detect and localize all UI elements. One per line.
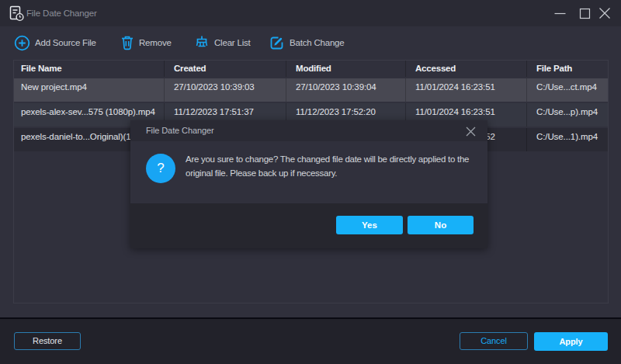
clear-list-button[interactable]: Clear List — [194, 33, 251, 52]
confirm-dialog: File Date Changer ? Are you sure to chan… — [130, 120, 487, 248]
cell-created: 27/10/2023 10:39:03 — [165, 78, 286, 102]
trash-icon — [120, 35, 134, 50]
dialog-title: File Date Changer — [146, 120, 214, 141]
batch-change-button[interactable]: Batch Change — [269, 33, 345, 52]
col-modified[interactable]: Modified — [286, 61, 406, 77]
cell-file-name: New project.mp4 — [14, 78, 165, 102]
cell-accessed: 11/01/2024 16:23:51 — [406, 78, 527, 102]
batch-change-label: Batch Change — [290, 38, 345, 47]
question-icon: ? — [146, 154, 175, 183]
col-created[interactable]: Created — [165, 61, 286, 77]
dialog-header: File Date Changer — [130, 120, 487, 141]
yes-button[interactable]: Yes — [336, 216, 403, 234]
minimize-button[interactable] — [548, 0, 571, 26]
dialog-message: Are you sure to change? The changed file… — [186, 152, 469, 180]
maximize-icon — [579, 8, 591, 19]
add-icon — [14, 35, 30, 51]
close-icon — [598, 7, 611, 19]
app-icon — [8, 5, 25, 22]
add-source-file-button[interactable]: Add Source File — [14, 33, 96, 52]
apply-button[interactable]: Apply — [534, 332, 608, 351]
cell-modified: 27/10/2023 10:39:04 — [286, 78, 406, 102]
restore-button[interactable]: Restore — [14, 332, 81, 350]
bottom-bar — [0, 317, 621, 364]
cell-file-path: C:/Use...ct.mp4 — [527, 78, 607, 102]
cell-file-path: C:/Use...p).mp4 — [527, 103, 607, 127]
col-accessed[interactable]: Accessed — [406, 61, 527, 77]
no-button[interactable]: No — [408, 216, 474, 234]
cell-file-path: C:/Use...1).mp4 — [527, 128, 607, 151]
minimize-icon — [554, 8, 566, 19]
table-header: File Name Created Modified Accessed File… — [14, 61, 608, 77]
remove-label: Remove — [139, 38, 172, 47]
brush-icon — [194, 35, 210, 50]
remove-button[interactable]: Remove — [120, 33, 172, 52]
dialog-footer: Yes No — [130, 203, 487, 248]
dialog-message-line2: original file. Please back up if necessa… — [186, 166, 337, 180]
cancel-button[interactable]: Cancel — [460, 332, 528, 350]
title-bar: File Date Changer — [0, 0, 621, 26]
close-button[interactable] — [593, 0, 616, 26]
col-file-name[interactable]: File Name — [14, 61, 165, 77]
dialog-message-line1: Are you sure to change? The changed file… — [186, 152, 469, 166]
dialog-close-icon[interactable] — [463, 124, 477, 138]
clear-list-label: Clear List — [214, 38, 251, 47]
edit-icon — [269, 35, 285, 50]
table-row[interactable]: New project.mp4 27/10/2023 10:39:03 27/1… — [14, 78, 608, 102]
add-source-file-label: Add Source File — [35, 38, 96, 47]
window-title: File Date Changer — [26, 0, 97, 26]
col-file-path[interactable]: File Path — [527, 61, 607, 77]
